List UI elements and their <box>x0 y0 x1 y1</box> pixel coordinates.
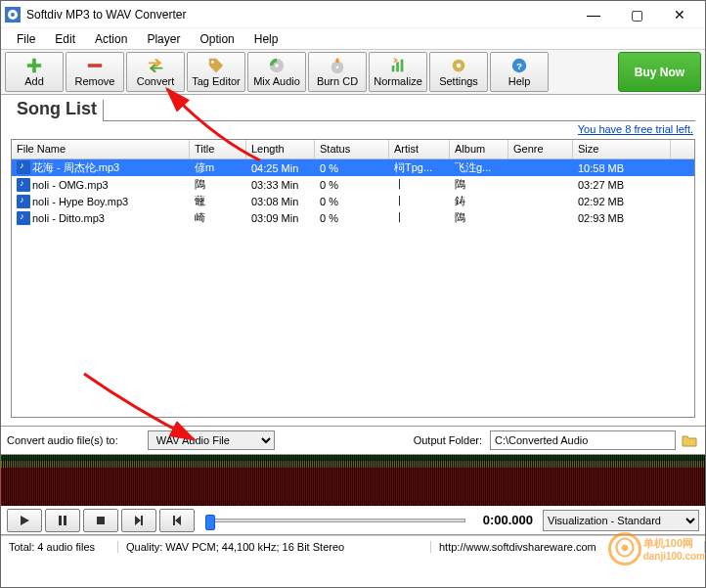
maximize-button[interactable]: ▢ <box>615 1 658 28</box>
col-genre[interactable]: Genre <box>508 140 573 158</box>
svg-rect-3 <box>88 64 102 68</box>
status-quality: Quality: WAV PCM; 44,100 kHz; 16 Bit Ste… <box>118 541 431 553</box>
app-icon <box>5 7 21 23</box>
status-total: Total: 4 audio files <box>1 541 118 553</box>
col-size[interactable]: Size <box>573 140 671 158</box>
svg-point-8 <box>336 66 339 68</box>
output-folder-input[interactable] <box>490 430 676 450</box>
remove-button[interactable]: Remove <box>66 52 124 92</box>
song-list-heading: Song List <box>11 99 103 121</box>
col-length[interactable]: Length <box>246 140 315 158</box>
audio-file-icon <box>17 178 30 192</box>
output-folder-label: Output Folder: <box>414 434 482 446</box>
minus-icon <box>85 57 105 74</box>
mix-audio-button[interactable]: Mix Audio <box>247 52 306 92</box>
menu-help[interactable]: Help <box>244 30 288 48</box>
audio-file-icon <box>17 211 30 225</box>
help-icon: ? <box>509 57 529 74</box>
play-button[interactable] <box>7 509 42 532</box>
svg-point-13 <box>457 64 462 68</box>
menu-option[interactable]: Option <box>190 30 243 48</box>
normalize-icon <box>388 57 408 74</box>
trial-link[interactable]: You have 8 free trial left. <box>578 123 693 135</box>
col-title[interactable]: Title <box>190 140 246 158</box>
minimize-button[interactable]: — <box>572 1 615 28</box>
col-artist[interactable]: Artist <box>389 140 450 158</box>
svg-point-4 <box>211 61 214 64</box>
table-row[interactable]: noli - OMG.mp3隝03:33 Min0 %〡隝03:27 MB <box>12 176 694 193</box>
visualizer <box>1 455 705 506</box>
convert-to-label: Convert audio file(s) to: <box>7 434 118 446</box>
stop-button[interactable] <box>83 509 118 532</box>
menu-player[interactable]: Player <box>137 30 190 48</box>
svg-rect-20 <box>173 516 175 525</box>
table-row[interactable]: 花海 - 周杰伦.mp3偐m04:25 Min0 %柌Tpg...飞泩g...1… <box>12 159 694 176</box>
col-album[interactable]: Album <box>450 140 508 158</box>
col-filename[interactable]: File Name <box>12 140 190 158</box>
time-display: 0:00.000 <box>483 513 533 527</box>
svg-rect-11 <box>401 60 404 72</box>
convert-bar: Convert audio file(s) to: WAV Audio File… <box>1 426 705 455</box>
status-bar: Total: 4 audio files Quality: WAV PCM; 4… <box>1 535 705 557</box>
titlebar: Softdiv MP3 to WAV Converter — ▢ ✕ <box>1 1 705 28</box>
tag-editor-button[interactable]: Tag Editor <box>187 52 245 92</box>
svg-point-2 <box>11 13 15 17</box>
next-button[interactable] <box>121 509 156 532</box>
gear-icon <box>449 57 468 74</box>
window-title: Softdiv MP3 to WAV Converter <box>26 8 572 22</box>
prev-button[interactable] <box>159 509 195 532</box>
help-button[interactable]: ?Help <box>490 52 549 92</box>
svg-rect-16 <box>59 516 62 525</box>
table-row[interactable]: noli - Ditto.mp3崎03:09 Min0 %〡隝02:93 MB <box>12 209 694 226</box>
tag-icon <box>206 57 226 74</box>
convert-icon <box>146 57 165 74</box>
cd-burn-icon <box>328 57 347 74</box>
normalize-button[interactable]: Normalize <box>369 52 427 92</box>
svg-rect-19 <box>141 516 143 525</box>
add-button[interactable]: Add <box>5 52 64 92</box>
folder-icon <box>682 433 697 447</box>
audio-file-icon <box>17 195 30 208</box>
burn-cd-button[interactable]: Burn CD <box>308 52 367 92</box>
buy-now-button[interactable]: Buy Now <box>618 52 701 92</box>
player-bar: 0:00.000 Visualization - Standard <box>1 506 705 535</box>
settings-button[interactable]: Settings <box>429 52 488 92</box>
menu-edit[interactable]: Edit <box>45 30 85 48</box>
visualization-select[interactable]: Visualization - Standard <box>543 510 699 531</box>
toolbar: Add Remove Convert Tag Editor Mix Audio … <box>1 50 705 95</box>
table-row[interactable]: noli - Hype Boy.mp3虌03:08 Min0 %〡鋳02:92 … <box>12 193 694 209</box>
cd-mix-icon <box>267 57 287 74</box>
list-header: Song List <box>1 95 705 121</box>
svg-point-6 <box>275 64 279 68</box>
svg-rect-17 <box>64 516 66 525</box>
svg-rect-18 <box>97 517 105 524</box>
menubar: File Edit Action Player Option Help <box>1 28 705 50</box>
col-status[interactable]: Status <box>315 140 389 158</box>
menu-action[interactable]: Action <box>85 30 137 48</box>
pause-button[interactable] <box>45 509 80 532</box>
format-select[interactable]: WAV Audio File <box>148 430 275 450</box>
watermark: ⦿ 单机100网danji100.com <box>608 532 705 565</box>
svg-rect-9 <box>392 66 395 71</box>
browse-folder-button[interactable] <box>680 430 699 450</box>
convert-button[interactable]: Convert <box>126 52 185 92</box>
svg-text:?: ? <box>516 61 522 71</box>
seek-slider[interactable] <box>205 515 465 526</box>
audio-file-icon <box>17 160 30 174</box>
svg-rect-10 <box>396 62 399 71</box>
song-grid: File Name Title Length Status Artist Alb… <box>11 139 695 418</box>
close-button[interactable]: ✕ <box>658 1 701 28</box>
plus-icon <box>24 57 44 74</box>
menu-file[interactable]: File <box>7 30 45 48</box>
grid-header[interactable]: File Name Title Length Status Artist Alb… <box>12 140 694 159</box>
